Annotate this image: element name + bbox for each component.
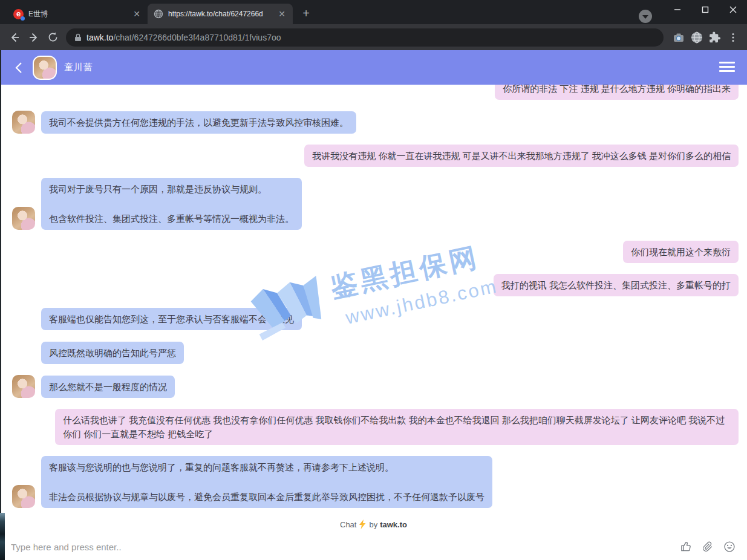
window-edge <box>0 50 1 515</box>
message-text: 客服该与您说明的也与您说明了，重复的问题客服就不再赘述，再请参考下上述说明。 <box>49 460 484 474</box>
footer-by-label: by <box>369 520 377 529</box>
puzzle-extensions-icon[interactable] <box>706 28 724 47</box>
e-logo-icon: e <box>13 9 24 19</box>
new-tab-button[interactable]: + <box>298 5 315 22</box>
message-text: 你所谓的非法 下注 违规 是什么地方违规 你明确的指出来 <box>503 85 731 96</box>
chat-message-row: 那么您就不是一般程度的情况 <box>0 375 747 398</box>
thumbs-up-icon[interactable] <box>679 540 693 553</box>
message-text: 你们现在就用这个来敷衍 <box>631 245 731 259</box>
message-composer <box>0 533 747 560</box>
agent-avatar <box>12 375 35 398</box>
chat-back-button[interactable] <box>11 60 27 76</box>
chat-message-bubble: 我司对于废号只有一个原因，那就是违反协议与规则。包含软件投注、集团式投注、多重帐… <box>41 178 302 230</box>
footer-brand: tawk.to <box>380 520 407 529</box>
message-text: 风控既然敢明确的告知此号严惩 <box>49 346 176 360</box>
chat-message-bubble: 风控既然敢明确的告知此号严惩 <box>41 342 184 364</box>
kebab-menu-icon[interactable] <box>724 28 742 47</box>
chat-message-list[interactable]: 你所谓的非法 下注 违规 是什么地方违规 你明确的指出来 我司不会提供贵方任何您… <box>0 85 747 515</box>
chat-message-bubble: 什么话我也讲了 我充值没有任何优惠 我也没有拿你们任何优惠 我取钱你们不给我出款… <box>55 409 739 445</box>
globe-icon <box>154 9 163 19</box>
address-bar[interactable]: tawk.to/chat/6247266d0bfe3f4a87710d81/1f… <box>66 28 664 47</box>
agent-avatar <box>33 56 57 80</box>
close-tab-icon[interactable]: ✕ <box>132 10 142 18</box>
chat-message-bubble: 客服端也仅能告知您到这，至于您承认与否客服端不会有意见 <box>41 308 302 330</box>
hamburger-menu-icon[interactable] <box>719 62 735 72</box>
chat-message-bubble: 我司不会提供贵方任何您违规的手法，以避免更新手法导致风控审核困难。 <box>41 111 356 134</box>
desktop-background-sliver <box>0 513 5 560</box>
tab-title: E世博 <box>28 9 127 19</box>
agent-avatar <box>12 207 35 230</box>
forward-button[interactable] <box>24 27 44 48</box>
chat-message-row: 你所谓的非法 下注 违规 是什么地方违规 你明确的指出来 <box>0 85 747 100</box>
message-text: 我司对于废号只有一个原因，那就是违反协议与规则。 <box>49 182 294 196</box>
tab-title: https://tawk.to/chat/6247266d <box>168 10 272 18</box>
message-input[interactable] <box>11 542 672 552</box>
globe-avatar-icon[interactable] <box>688 28 706 47</box>
chat-message-row: 风控既然敢明确的告知此号严惩 <box>0 341 747 364</box>
message-text: 我打的视讯 我怎么软件投注、集团式投注、多重帐号的打 <box>501 278 731 292</box>
chat-message-row: 客服该与您说明的也与您说明了，重复的问题客服就不再赘述，再请参考下上述说明。非法… <box>0 456 747 508</box>
chat-message-row: 什么话我也讲了 我充值没有任何优惠 我也没有拿你们任何优惠 我取钱你们不给我出款… <box>0 409 747 445</box>
lock-icon <box>74 33 82 42</box>
chat-message-bubble: 我打的视讯 我怎么软件投注、集团式投注、多重帐号的打 <box>494 274 739 296</box>
camera-extension-icon[interactable] <box>670 28 688 47</box>
tawkto-branding[interactable]: Chat by tawk.to <box>0 515 747 533</box>
footer-chat-label: Chat <box>340 520 356 529</box>
chat-message-row: 我讲我没有违规 你就一直在讲我违规 可是又讲不出来我那地方违规了 我冲这么多钱 … <box>0 145 747 167</box>
chat-message-row: 我打的视讯 我怎么软件投注、集团式投注、多重帐号的打 <box>0 274 747 296</box>
chat-message-row: 你们现在就用这个来敷衍 <box>0 241 747 263</box>
message-text: 包含软件投注、集团式投注、多重帐号等情况一概视为非法。 <box>49 212 294 226</box>
back-button[interactable] <box>5 27 24 48</box>
chat-message-bubble: 我讲我没有违规 你就一直在讲我违规 可是又讲不出来我那地方违规了 我冲这么多钱 … <box>304 145 739 167</box>
lightning-bolt-icon <box>359 519 366 529</box>
tab-strip: e E世博 ✕ https://tawk.to/chat/6247266d ✕ … <box>0 0 747 24</box>
smiley-icon[interactable] <box>723 540 736 553</box>
browser-toolbar: tawk.to/chat/6247266d0bfe3f4a87710d81/1f… <box>0 24 747 50</box>
tab-tawkto-chat[interactable]: https://tawk.to/chat/6247266d ✕ <box>148 4 293 24</box>
paperclip-icon[interactable] <box>701 540 714 553</box>
message-text: 我司不会提供贵方任何您违规的手法，以避免更新手法导致风控审核困难。 <box>49 116 348 129</box>
agent-avatar <box>12 111 35 134</box>
message-text: 那么您就不是一般程度的情况 <box>49 380 167 394</box>
chat-header: 童川蔷 <box>0 50 747 85</box>
message-text: 我讲我没有违规 你就一直在讲我违规 可是又讲不出来我那地方违规了 我冲这么多钱 … <box>312 149 731 163</box>
download-indicator-icon[interactable] <box>639 10 652 23</box>
message-text: 非法会员根据协议与规章与以废号，避免会员重复取回本金后重复此举导致风控困扰，不予… <box>49 490 484 504</box>
chat-message-row: 我司对于废号只有一个原因，那就是违反协议与规则。包含软件投注、集团式投注、多重帐… <box>0 178 747 230</box>
url-text: tawk.to/chat/6247266d0bfe3f4a87710d81/1f… <box>86 33 281 42</box>
chat-message-bubble: 那么您就不是一般程度的情况 <box>41 376 175 398</box>
chat-message-bubble: 客服该与您说明的也与您说明了，重复的问题客服就不再赘述，再请参考下上述说明。非法… <box>41 456 492 508</box>
agent-avatar <box>12 485 35 508</box>
message-text: 客服端也仅能告知您到这，至于您承认与否客服端不会有意见 <box>49 312 294 326</box>
minimize-button[interactable] <box>664 0 691 19</box>
browser-window: e E世博 ✕ https://tawk.to/chat/6247266d ✕ … <box>0 0 747 560</box>
close-tab-icon[interactable]: ✕ <box>277 10 287 18</box>
tab-esbo[interactable]: e E世博 ✕ <box>7 4 148 24</box>
chat-message-row: 客服端也仅能告知您到这，至于您承认与否客服端不会有意见 <box>0 307 747 330</box>
close-window-button[interactable] <box>719 0 747 19</box>
chat-message-bubble: 你所谓的非法 下注 违规 是什么地方违规 你明确的指出来 <box>495 85 739 100</box>
reload-button[interactable] <box>43 27 62 48</box>
chat-message-row: 我司不会提供贵方任何您违规的手法，以避免更新手法导致风控审核困难。 <box>0 111 747 134</box>
maximize-button[interactable] <box>691 0 719 19</box>
message-text: 什么话我也讲了 我充值没有任何优惠 我也没有拿你们任何优惠 我取钱你们不给我出款… <box>63 413 731 441</box>
chat-message-bubble: 你们现在就用这个来敷衍 <box>623 241 739 263</box>
agent-name: 童川蔷 <box>64 62 93 73</box>
